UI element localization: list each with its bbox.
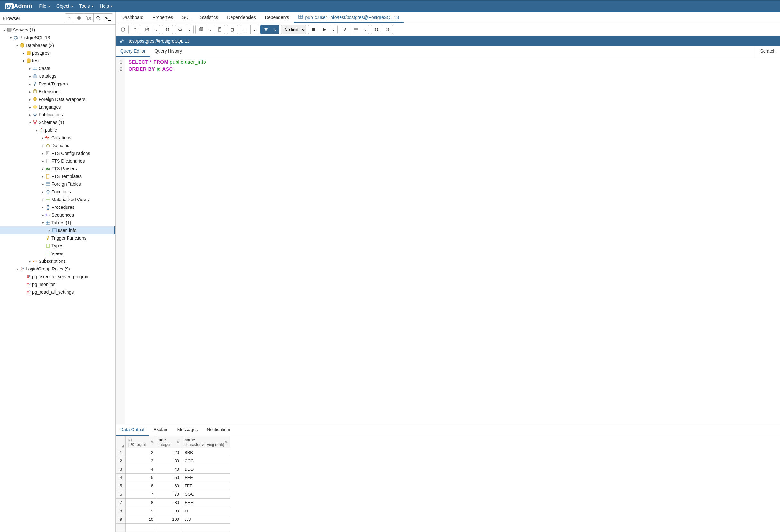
btn-stop-icon[interactable] <box>308 25 319 34</box>
tree-caret[interactable] <box>28 105 32 109</box>
column-header[interactable]: ageinteger✎ <box>156 436 182 448</box>
btn-edit-icon[interactable] <box>240 25 251 34</box>
tree-node[interactable]: Login/Group Roles (9) <box>0 265 115 273</box>
table-row[interactable]: 5660FFF <box>116 482 230 490</box>
tree-node[interactable]: Catalogs <box>0 72 115 80</box>
table-row[interactable]: 3440DDD <box>116 465 230 474</box>
tool-grid-icon[interactable] <box>74 13 84 22</box>
tree-caret[interactable] <box>28 67 32 70</box>
tab-properties[interactable]: Properties <box>148 12 178 22</box>
row-number[interactable]: 2 <box>116 457 126 465</box>
row-number[interactable]: 3 <box>116 465 126 474</box>
tab-data-output[interactable]: Data Output <box>116 424 149 436</box>
cell[interactable]: 6 <box>126 482 156 490</box>
table-row[interactable]: 6770GGG <box>116 490 230 498</box>
btn-edit-dd[interactable] <box>251 25 258 34</box>
table-row-empty[interactable] <box>116 524 230 532</box>
cell[interactable]: FFF <box>182 482 230 490</box>
cell[interactable]: 8 <box>126 498 156 507</box>
btn-open-icon[interactable] <box>131 25 142 34</box>
tree-node[interactable]: Types <box>0 242 115 250</box>
table-row[interactable]: 7880HHH <box>116 498 230 507</box>
tree-caret[interactable] <box>2 28 6 32</box>
row-number[interactable]: 7 <box>116 498 126 507</box>
tree-node[interactable]: pg_execute_server_program <box>0 273 115 280</box>
btn-filter-dd[interactable] <box>272 25 279 34</box>
tree-node[interactable]: Databases (2) <box>0 42 115 49</box>
table-row[interactable]: 2330CCC <box>116 457 230 465</box>
btn-explain-dd[interactable] <box>361 25 369 34</box>
btn-run-icon[interactable] <box>319 25 330 34</box>
tab-statistics[interactable]: Statistics <box>195 12 223 22</box>
tree-node[interactable]: FTS Dictionaries <box>0 157 115 165</box>
cell[interactable]: BBB <box>182 448 230 457</box>
cell[interactable]: 30 <box>156 457 182 465</box>
tree-caret[interactable] <box>28 98 32 101</box>
column-header[interactable]: id[PK] bigint✎ <box>126 436 156 448</box>
tree-node[interactable]: pg_monitor <box>0 280 115 288</box>
menu-help[interactable]: Help <box>96 2 116 10</box>
tree-caret[interactable] <box>41 159 45 163</box>
tool-db-icon[interactable] <box>65 13 74 22</box>
tree-node[interactable]: AaFTS Parsers <box>0 165 115 172</box>
tree-node[interactable]: Subscriptions <box>0 257 115 265</box>
tool-tree-icon[interactable] <box>84 13 94 22</box>
cell[interactable]: 40 <box>156 465 182 474</box>
cell[interactable]: III <box>182 507 230 515</box>
tree-node[interactable]: 1..3Sequences <box>0 211 115 219</box>
tree-caret[interactable] <box>41 144 45 148</box>
cell[interactable]: 60 <box>156 482 182 490</box>
menu-file[interactable]: File <box>36 2 53 10</box>
sql-editor[interactable]: 12 SELECT * FROM public.user_infoORDER B… <box>116 57 780 424</box>
btn-filter-icon[interactable] <box>260 25 272 34</box>
btn-run-dd[interactable] <box>330 25 338 34</box>
row-number[interactable]: 8 <box>116 507 126 515</box>
tree-caret[interactable] <box>41 190 45 194</box>
tree-node[interactable]: Languages <box>0 103 115 111</box>
tree-caret[interactable] <box>15 267 19 271</box>
table-row[interactable]: 910100JJJ <box>116 515 230 524</box>
tree-caret[interactable] <box>41 167 45 171</box>
tree-caret[interactable] <box>41 198 45 201</box>
tree-node[interactable]: Schemas (1) <box>0 118 115 126</box>
tab-query-editor[interactable]: Query Editor <box>116 46 150 57</box>
tree-caret[interactable] <box>47 229 51 232</box>
tree-caret[interactable] <box>28 82 32 86</box>
tree-node[interactable]: Publications <box>0 111 115 118</box>
tab-messages[interactable]: Messages <box>173 424 202 436</box>
tree-caret[interactable] <box>28 74 32 78</box>
table-row[interactable]: 1220BBB <box>116 448 230 457</box>
row-number[interactable]: 1 <box>116 448 126 457</box>
tree-caret[interactable] <box>41 175 45 178</box>
tab-query-tool[interactable]: public.user_info/test/postgres@PostgreSQ… <box>294 11 403 23</box>
row-number[interactable]: 5 <box>116 482 126 490</box>
cell[interactable]: CCC <box>182 457 230 465</box>
grid-corner[interactable] <box>116 436 126 448</box>
tree-caret[interactable] <box>41 182 45 186</box>
tree-caret[interactable] <box>41 152 45 155</box>
connection-status-icon[interactable] <box>118 38 126 45</box>
tree-caret[interactable] <box>28 113 32 117</box>
cell[interactable]: 20 <box>156 448 182 457</box>
tree-caret[interactable] <box>21 51 26 55</box>
tree-node[interactable]: FTS Templates <box>0 172 115 180</box>
tree-node[interactable]: Domains <box>0 142 115 149</box>
tab-query-history[interactable]: Query History <box>150 46 187 57</box>
tool-terminal-icon[interactable]: >_ <box>103 13 113 22</box>
cell[interactable]: JJJ <box>182 515 230 524</box>
tab-dashboard[interactable]: Dashboard <box>117 12 148 22</box>
cell[interactable]: 10 <box>126 515 156 524</box>
tree-node[interactable]: user_info <box>0 226 115 234</box>
btn-find-icon[interactable] <box>175 25 186 34</box>
limit-select[interactable]: No limit <box>281 25 306 34</box>
data-grid[interactable]: id[PK] bigint✎ageinteger✎namecharacter v… <box>116 436 230 532</box>
btn-delete-icon[interactable] <box>227 25 238 34</box>
tree-node[interactable]: pg_read_all_settings <box>0 288 115 296</box>
btn-connection-icon[interactable] <box>118 25 129 34</box>
menu-object[interactable]: Object <box>53 2 76 10</box>
btn-rollback-icon[interactable] <box>382 25 393 34</box>
tree-caret[interactable] <box>41 136 45 140</box>
cell[interactable]: DDD <box>182 465 230 474</box>
cell[interactable]: GGG <box>182 490 230 498</box>
cell[interactable]: 90 <box>156 507 182 515</box>
